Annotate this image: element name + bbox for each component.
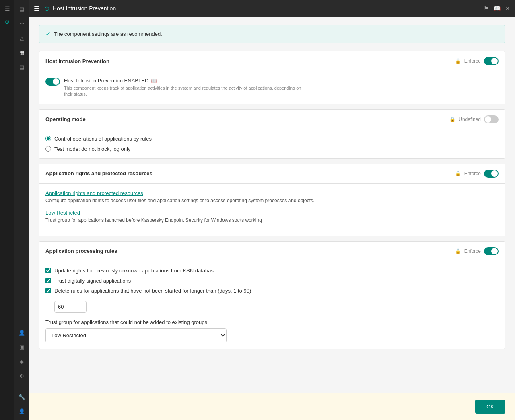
operating-mode-body: Control operations of applications by ru… [39, 129, 505, 158]
host-intrusion-section: Host Intrusion Prevention 🔒 Enforce [39, 51, 505, 104]
nav-table-icon[interactable]: ▤ [16, 61, 27, 72]
nav-monitor-icon[interactable]: ▣ [16, 341, 27, 352]
recommendation-banner: ✓ The component settings are as recommen… [39, 25, 505, 43]
info-icon[interactable]: 📖 [151, 78, 157, 84]
app-rights-link[interactable]: Application rights and protected resourc… [45, 190, 499, 196]
checkbox-delete-rules[interactable]: Delete rules for applications that have … [45, 288, 499, 294]
nav-dots-icon[interactable]: ⋯ [16, 18, 27, 29]
lock-icon-2: 🔒 [449, 117, 455, 122]
operating-mode-section: Operating mode 🔒 Undefined Control opera… [39, 109, 505, 159]
app-rights-title: Application rights and protected resourc… [45, 170, 152, 176]
checkbox-ksn[interactable]: Update rights for previously unknown app… [45, 268, 499, 274]
checkbox-signed[interactable]: Trust digitally signed applications [45, 278, 499, 284]
hip-toggle-desc: This component keeps track of applicatio… [64, 85, 305, 98]
app-processing-section: Application processing rules 🔒 Enforce U… [39, 241, 505, 349]
host-intrusion-header: Host Intrusion Prevention 🔒 Enforce [39, 51, 505, 71]
low-restricted-link-desc: Trust group for applications launched be… [45, 217, 499, 223]
app-rights-enforce-label: Enforce [464, 171, 481, 176]
trust-group-label: Trust group for applications that could … [45, 319, 499, 325]
app-rights-toggle[interactable] [484, 170, 499, 178]
nav-user-icon[interactable]: 👤 [16, 327, 27, 338]
operating-mode-header: Operating mode 🔒 Undefined [39, 110, 505, 129]
hip-toggle-label: Host Intrusion Prevention ENABLED 📖 [64, 78, 305, 84]
app-processing-body: Update rights for previously unknown app… [39, 261, 505, 349]
low-restricted-link[interactable]: Low Restricted [45, 210, 499, 216]
app-rights-controls: 🔒 Enforce [455, 170, 499, 178]
app-processing-toggle[interactable] [484, 247, 499, 255]
trust-group-select[interactable]: Low Restricted High Restricted Untrusted… [45, 328, 227, 342]
lock-icon-3: 🔒 [455, 171, 461, 176]
days-input[interactable] [54, 301, 87, 313]
lock-icon: 🔒 [455, 58, 461, 64]
content-area: ✓ The component settings are as recommen… [29, 17, 515, 393]
nav-alert-icon[interactable]: △ [16, 32, 27, 43]
banner-text: The component settings are as recommende… [54, 31, 162, 37]
left-nav: ▤ ⋯ △ ▦ ▤ 👤 ▣ ◈ ⚙ 🔧 👤 [14, 0, 29, 420]
nav-grid-icon[interactable]: ▦ [16, 47, 27, 58]
titlebar-actions: ⚑ 📖 ✕ [484, 5, 510, 12]
nav-person-icon[interactable]: 👤 [16, 406, 27, 417]
host-intrusion-body: Host Intrusion Prevention ENABLED 📖 This… [39, 71, 505, 104]
titlebar: ☰ ⊙ Host Intrusion Prevention ⚑ 📖 ✕ [29, 0, 515, 17]
host-intrusion-title: Host Intrusion Prevention [45, 58, 109, 64]
close-button[interactable]: ✕ [505, 5, 510, 12]
menu-icon[interactable]: ☰ [34, 5, 39, 12]
radio-test-mode[interactable]: Test mode: do not block, log only [45, 146, 499, 152]
hip-enabled-toggle[interactable] [45, 78, 60, 86]
operating-mode-radio-group: Control operations of applications by ru… [45, 136, 499, 152]
flag-button[interactable]: ⚑ [484, 5, 489, 12]
hamburger-icon[interactable]: ☰ [2, 3, 13, 14]
nav-shield-icon[interactable]: ◈ [16, 356, 27, 367]
host-intrusion-toggle[interactable] [484, 57, 499, 65]
lock-icon-4: 🔒 [455, 248, 461, 254]
ok-button[interactable]: OK [475, 400, 505, 414]
app-processing-enforce-label: Enforce [464, 248, 481, 254]
app-rights-link-desc: Configure application rights to access u… [45, 198, 499, 203]
titlebar-app-icon: ⊙ [44, 5, 49, 12]
app-rights-section: Application rights and protected resourc… [39, 164, 505, 236]
nav-tools-icon[interactable]: 🔧 [16, 391, 27, 402]
app-rights-body: Application rights and protected resourc… [39, 184, 505, 236]
app-processing-header: Application processing rules 🔒 Enforce [39, 242, 505, 261]
main-container: ☰ ⊙ Host Intrusion Prevention ⚑ 📖 ✕ ✓ Th… [29, 0, 515, 420]
host-intrusion-enforce-label: Enforce [464, 58, 481, 64]
operating-mode-controls: 🔒 Undefined [449, 115, 499, 123]
operating-mode-toggle[interactable] [484, 115, 499, 123]
host-intrusion-controls: 🔒 Enforce [455, 57, 499, 65]
app-sidebar: ☰ ⊙ [0, 0, 14, 420]
operating-mode-title: Operating mode [45, 116, 86, 122]
footer: OK [29, 393, 515, 420]
book-button[interactable]: 📖 [494, 5, 501, 12]
app-logo-icon[interactable]: ⊙ [2, 16, 13, 27]
titlebar-title: Host Intrusion Prevention [53, 5, 480, 12]
nav-list-icon[interactable]: ▤ [16, 3, 27, 14]
operating-mode-enforce-label: Undefined [459, 117, 481, 122]
hip-toggle-text: Host Intrusion Prevention ENABLED 📖 This… [64, 78, 305, 98]
app-rights-header: Application rights and protected resourc… [39, 164, 505, 184]
check-icon: ✓ [45, 30, 51, 38]
app-processing-controls: 🔒 Enforce [455, 247, 499, 255]
main-toggle-row: Host Intrusion Prevention ENABLED 📖 This… [45, 78, 499, 98]
app-processing-title: Application processing rules [45, 248, 117, 254]
nav-cart-icon[interactable]: ⚙ [16, 370, 27, 381]
radio-control-by-rules[interactable]: Control operations of applications by ru… [45, 136, 499, 142]
